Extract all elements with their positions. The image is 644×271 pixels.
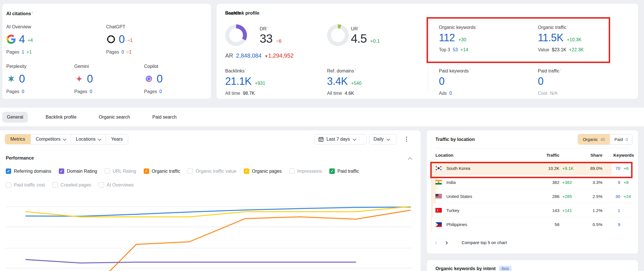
info-icon[interactable]	[32, 11, 33, 14]
share-value: 0.5%	[579, 222, 602, 227]
search-stat-paid-traffic: Paid traffic0CostN/A	[538, 68, 633, 96]
metric-checkbox-referring-domains[interactable]: ✓Referring domains	[6, 168, 51, 174]
gemini-icon	[74, 74, 84, 84]
traffic-value: 382	[528, 180, 559, 185]
info-icon[interactable]	[476, 24, 477, 28]
next-page-arrow[interactable]: ›	[441, 239, 452, 246]
backlinks-value[interactable]: 21.1K	[225, 75, 252, 87]
search-stat-paid-keywords: Paid keywords0Ads0	[439, 68, 534, 96]
checkbox-icon: ✓	[144, 168, 149, 174]
ai-citations-value[interactable]: 0	[87, 73, 93, 85]
metric-checkbox-organic-traffic[interactable]: ✓Organic traffic	[144, 168, 180, 174]
ai-citation-item-perplexity: Perplexity0Pages0	[6, 64, 72, 94]
metric-checkbox-impressions[interactable]: Impressions	[289, 168, 322, 174]
filter-segment-locations[interactable]: Locations	[71, 134, 106, 144]
info-icon[interactable]	[246, 68, 246, 71]
ur-value: 4.5	[351, 32, 367, 46]
ai-citations-value[interactable]: 0	[119, 33, 124, 46]
traffic-by-location-panel: Traffic by location Organic40Paid0 Locat…	[427, 130, 638, 254]
ai-citation-item-gemini: Gemini0Pages0	[74, 64, 140, 94]
ai-pages-value[interactable]: 0	[90, 89, 92, 94]
dr-change: −6	[276, 38, 281, 44]
ai-source-label: Gemini	[74, 64, 140, 69]
keywords-value[interactable]: 70	[602, 166, 620, 171]
location-name: South Korea	[446, 166, 470, 171]
ai-pages-value[interactable]: 0	[159, 89, 162, 94]
overview-main-panel: MetricsCompetitors Locations Years Last …	[0, 130, 421, 271]
tab-organic-search[interactable]: Organic search	[94, 112, 135, 123]
url-rating-metric: UR 4.5 +0.1	[351, 25, 380, 46]
info-icon[interactable]	[268, 25, 268, 29]
chevron-up-icon[interactable]	[408, 157, 413, 162]
ai-citations-change: +4	[28, 38, 33, 43]
dashboard-screen: AI citations AI Overview4+4Pages1+1ChatG…	[0, 0, 644, 271]
ai-citations-value[interactable]: 0	[157, 73, 162, 85]
ref-domains-value[interactable]: 3.4K	[327, 75, 348, 87]
ai-citations-value[interactable]: 0	[19, 73, 25, 85]
checkbox-icon	[105, 168, 110, 174]
performance-title: Performance	[6, 156, 34, 161]
search-title: Search	[225, 11, 240, 16]
metric-checkbox-organic-traffic-value[interactable]: Organic traffic value	[188, 168, 236, 174]
toggle-organic[interactable]: Organic40	[578, 134, 610, 144]
date-range-button[interactable]: Last 7 days	[314, 134, 367, 144]
stat-value[interactable]: 0	[439, 75, 445, 87]
location-table-pager: ‹ › Compare top 5 on chart	[431, 239, 634, 246]
ar-value[interactable]: 2,848,084	[236, 52, 262, 59]
info-icon[interactable]	[567, 24, 568, 28]
keywords-value[interactable]: 9	[602, 222, 620, 227]
tab-paid-search[interactable]: Paid search	[148, 112, 181, 123]
compare-top5-link[interactable]: Compare top 5 on chart	[462, 240, 507, 245]
metric-checkbox-domain-rating[interactable]: ✓Domain Rating	[59, 168, 97, 174]
keywords-value[interactable]: 30	[602, 194, 620, 199]
location-row-india[interactable]: India382+3823.3%9+8	[431, 175, 634, 189]
info-icon[interactable]	[359, 25, 359, 29]
filter-segment-group: MetricsCompetitors Locations Years	[5, 134, 128, 144]
ai-source-label: Copilot	[144, 64, 210, 69]
info-icon[interactable]	[560, 68, 561, 71]
info-icon[interactable]	[470, 68, 470, 71]
location-row-philippines[interactable]: Philippines580.5%9	[431, 217, 634, 231]
filter-segment-years[interactable]: Years	[106, 134, 128, 144]
domain-rating-metric: DR 33 −6	[260, 25, 281, 46]
metric-checkbox-url-rating[interactable]: URL Rating	[105, 168, 136, 174]
share-value: 89.0%	[579, 166, 602, 171]
more-options-kebab[interactable]	[402, 135, 410, 143]
domain-rating-donut	[225, 24, 247, 46]
metric-checkbox-paid-traffic[interactable]: ✓Paid traffic	[329, 168, 359, 174]
location-row-turkey[interactable]: Turkey143+1411.2%1	[431, 203, 634, 217]
ai-pages-value[interactable]: 0	[121, 50, 124, 55]
backlinks-change: +931	[255, 81, 265, 86]
ai-citations-value[interactable]: 4	[19, 33, 25, 46]
keywords-value[interactable]: 1	[602, 208, 620, 213]
share-value: 3.3%	[579, 180, 602, 185]
filter-segment-competitors[interactable]: Competitors	[31, 134, 71, 144]
ai-pages-value[interactable]: 0	[22, 89, 24, 94]
stat-value[interactable]: 11.5K	[538, 32, 563, 44]
traffic-change: +9.1K	[559, 166, 579, 171]
location-row-south-korea[interactable]: South Korea10.2K+9.1K89.0%70+6	[431, 161, 634, 175]
date-range-label: Last 7 days	[326, 137, 350, 142]
prev-page-arrow[interactable]: ‹	[431, 239, 441, 246]
keywords-change: +8	[620, 180, 634, 185]
stat-value[interactable]: 112	[439, 32, 455, 44]
ar-drop: ▼1,294,952	[264, 52, 294, 59]
section-tabbar: GeneralBacklink profileOrganic searchPai…	[0, 108, 644, 126]
ai-citations-title: AI citations	[6, 11, 33, 16]
chatgpt-icon	[106, 34, 116, 44]
tab-general[interactable]: General	[2, 112, 28, 123]
keywords-value[interactable]: 9	[602, 180, 620, 185]
search-stat-organic-traffic: Organic traffic11.5K+10.3KValue$23.1K+22…	[538, 24, 633, 52]
toggle-paid[interactable]: Paid0	[610, 134, 633, 144]
location-row-united-states[interactable]: United States286+2852.5%30+24	[431, 189, 634, 203]
stat-value[interactable]: 0	[538, 75, 544, 87]
info-icon[interactable]	[355, 68, 355, 71]
filter-segment-metrics[interactable]: Metrics	[5, 134, 31, 144]
ur-label: UR	[351, 26, 358, 32]
metric-checkbox-organic-pages[interactable]: ✓Organic pages	[244, 168, 282, 174]
google-icon	[6, 34, 16, 44]
granularity-button[interactable]: Daily	[369, 134, 396, 144]
ai-pages-value[interactable]: 1	[22, 50, 24, 55]
tab-backlink-profile[interactable]: Backlink profile	[41, 112, 81, 123]
ar-label: AR	[225, 52, 233, 59]
